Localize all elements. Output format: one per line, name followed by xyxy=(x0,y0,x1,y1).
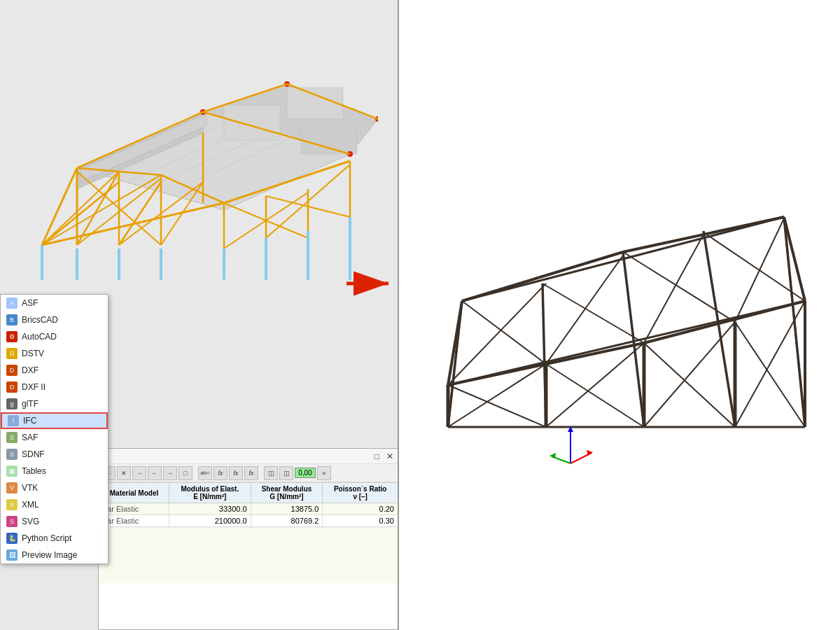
svg-rect-43 xyxy=(287,88,343,119)
left-structure-svg xyxy=(21,42,378,280)
bricscad-icon: B xyxy=(6,314,18,326)
table-container: Material Model Modulus of Elast.E [N/mm²… xyxy=(99,482,398,527)
svg-line-82 xyxy=(462,301,546,364)
svg-line-80 xyxy=(448,301,805,385)
ifc-icon: I xyxy=(8,415,19,426)
tb-btn-3[interactable]: → xyxy=(132,466,146,480)
col-modulus: Modulus of Elast.E [N/mm²] xyxy=(169,483,251,503)
direction-arrow xyxy=(343,266,399,303)
svg-line-98 xyxy=(784,217,805,427)
svg-rect-42 xyxy=(224,105,280,140)
sdnf-icon: S xyxy=(6,449,18,460)
menu-item-svg[interactable]: SSVG xyxy=(1,513,108,530)
menu-item-preview[interactable]: 🖼Preview Image xyxy=(1,547,108,564)
col-shear: Shear ModulusG [N/mm²] xyxy=(251,483,323,503)
menu-item-ifc[interactable]: IIFC xyxy=(1,412,108,429)
svg-line-75 xyxy=(542,284,546,427)
menu-item-asf[interactable]: AASF xyxy=(1,295,108,312)
tb-btn-4[interactable]: ← xyxy=(148,466,162,480)
svg-line-79 xyxy=(462,217,784,301)
svg-rect-44 xyxy=(301,122,357,154)
tables-label: Tables xyxy=(22,466,46,476)
col-poisson: Poisson´s Ratioν [–] xyxy=(323,483,398,503)
tb-btn-more[interactable]: » xyxy=(317,466,331,480)
svg-icon: S xyxy=(6,516,18,527)
menu-item-autocad[interactable]: ⚙AutoCAD xyxy=(1,328,108,345)
dstv-label: DSTV xyxy=(22,349,44,358)
xml-label: XML xyxy=(22,500,39,510)
menu-item-sdnf[interactable]: SSDNF xyxy=(1,446,108,463)
svg-line-94 xyxy=(644,343,735,427)
dxf-label: DXF xyxy=(22,365,38,375)
menu-item-bricscad[interactable]: BBricsCAD xyxy=(1,312,108,328)
asf-label: ASF xyxy=(22,298,38,308)
coordinate-axes xyxy=(546,425,595,476)
tb-btn-2[interactable]: ✕ xyxy=(117,466,131,480)
preview-icon: 🖼 xyxy=(6,550,18,561)
menu-item-tables[interactable]: ▦Tables xyxy=(1,463,108,479)
autocad-icon: ⚙ xyxy=(6,331,18,342)
menu-item-dxf[interactable]: DDXF xyxy=(1,362,108,379)
svg-line-92 xyxy=(546,364,644,427)
asf-icon: A xyxy=(6,298,18,309)
menu-item-vtk[interactable]: VVTK xyxy=(1,479,108,496)
tb-btn-fx2[interactable]: fx xyxy=(229,466,243,480)
svg-line-9 xyxy=(42,168,77,245)
dstv-icon: D xyxy=(6,348,18,359)
vtk-label: VTK xyxy=(22,483,38,493)
menu-item-python[interactable]: 🐍Python Script xyxy=(1,530,108,547)
saf-label: SAF xyxy=(22,433,38,442)
left-structure-view xyxy=(21,42,378,280)
panel-toolbar: ← ✕ → ← → □ ab= fx fx fx ◫ ◫ 0,00 » xyxy=(99,464,398,482)
table-row: ear Elastic210000.080769.20.30 xyxy=(99,515,398,527)
tb-btn-ab[interactable]: ab= xyxy=(198,466,212,480)
table-row: ear Elastic33300.013875.00.20 xyxy=(99,503,398,515)
tb-btn-5[interactable]: → xyxy=(163,466,177,480)
dxf-icon: D xyxy=(6,365,18,376)
main-container: AASFBBricsCAD⚙AutoCADDDSTVDDXFDDXF IIggl… xyxy=(0,0,840,630)
svg-line-91 xyxy=(546,343,644,427)
tb-btn-fx[interactable]: fx xyxy=(214,466,227,480)
dxf2-icon: D xyxy=(6,382,18,393)
svg-line-93 xyxy=(644,322,735,427)
sdnf-label: SDNF xyxy=(22,449,45,459)
tb-btn-grid[interactable]: ◫ xyxy=(264,466,278,480)
xml-icon: X xyxy=(6,499,18,510)
menu-item-xml[interactable]: XXML xyxy=(1,496,108,513)
restore-button[interactable]: □ xyxy=(372,451,382,462)
green-value: 0,00 xyxy=(295,468,316,478)
bottom-panel: □ ✕ ← ✕ → ← → □ ab= fx fx fx ◫ ◫ 0,00 » xyxy=(98,448,399,630)
saf-icon: S xyxy=(6,432,18,443)
svg-line-77 xyxy=(704,231,735,427)
gltf-icon: g xyxy=(6,398,18,410)
menu-item-dxf2[interactable]: DDXF II xyxy=(1,379,108,396)
svg-line-90 xyxy=(448,385,546,427)
empty-rows xyxy=(99,527,398,583)
svg-marker-100 xyxy=(568,426,573,432)
context-menu: AASFBBricsCAD⚙AutoCADDDSTVDDXFDDXF IIggl… xyxy=(0,294,108,564)
right-structure-svg xyxy=(434,175,819,441)
tables-icon: ▦ xyxy=(6,465,18,477)
preview-label: Preview Image xyxy=(22,550,77,560)
tb-btn-grid2[interactable]: ◫ xyxy=(279,466,293,480)
close-button[interactable]: ✕ xyxy=(384,451,396,462)
svg-line-96 xyxy=(735,322,805,427)
svg-line-81 xyxy=(448,284,546,385)
right-structure-view xyxy=(434,175,819,441)
menu-item-dstv[interactable]: DDSTV xyxy=(1,345,108,362)
python-label: Python Script xyxy=(22,533,71,543)
ifc-label: IFC xyxy=(23,416,36,426)
vtk-icon: V xyxy=(6,482,18,493)
autocad-label: AutoCAD xyxy=(22,332,57,342)
left-panel: AASFBBricsCAD⚙AutoCADDDSTVDDXFDDXF IIggl… xyxy=(0,0,399,630)
right-panel xyxy=(399,0,840,630)
svg-label: SVG xyxy=(22,517,39,526)
svg-line-86 xyxy=(623,252,735,322)
col-material-model: Material Model xyxy=(99,483,169,503)
menu-item-saf[interactable]: SSAF xyxy=(1,429,108,446)
panel-header: □ ✕ xyxy=(99,449,398,464)
tb-btn-6[interactable]: □ xyxy=(178,466,192,480)
svg-marker-104 xyxy=(550,453,556,458)
menu-item-gltf[interactable]: gglTF xyxy=(1,396,108,412)
tb-btn-fx3[interactable]: fx xyxy=(244,466,258,480)
